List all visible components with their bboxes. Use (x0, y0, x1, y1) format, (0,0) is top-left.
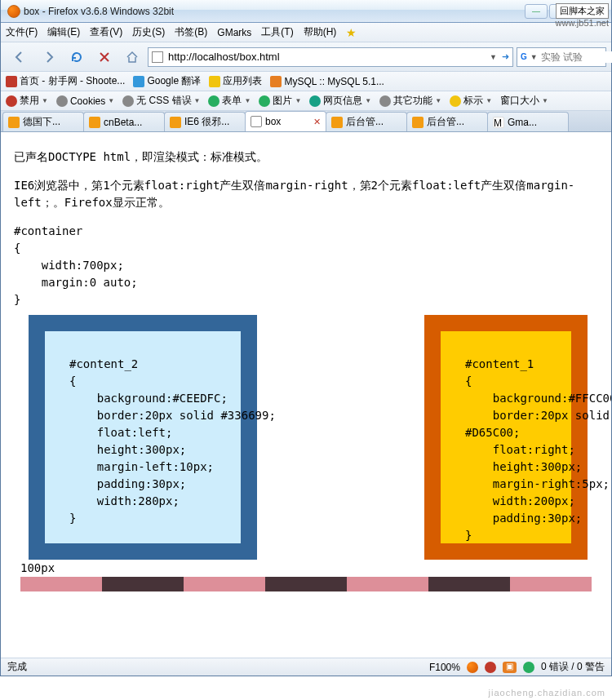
go-button[interactable]: ➜ (502, 51, 509, 62)
favicon-icon (8, 117, 20, 128)
menu-tools[interactable]: 工具(T) (261, 25, 293, 39)
corner-badge: 回脚本之家 (556, 3, 609, 19)
status-ok-icon (523, 662, 534, 673)
status-errors[interactable]: 0 错误 / 0 警告 (541, 660, 605, 674)
window-titlebar: box - Firefox v3.6.8 Windows 32bit — ☐ ✕… (1, 0, 611, 23)
tab-label: 德国下... (23, 115, 78, 129)
forward-button[interactable] (37, 45, 61, 69)
menu-edit[interactable]: 编辑(E) (47, 25, 80, 39)
ruler-segment (347, 577, 428, 591)
page-icon (251, 116, 262, 127)
devbar-forms[interactable]: 表单▼ (208, 94, 251, 108)
outline-icon (450, 95, 461, 107)
favicon-icon (170, 117, 181, 128)
tab-label: 后台管... (346, 115, 401, 129)
status-bar: 完成 F100% ▣ 0 错误 / 0 警告 (1, 658, 611, 676)
bookmark-item[interactable]: MySQL :: MySQL 5.1... (270, 76, 384, 87)
home-button[interactable] (120, 45, 144, 69)
ruler-segment (265, 577, 347, 591)
tab-label: 后台管... (427, 115, 482, 129)
watermark-text: jiaocheng.chazidian.com (489, 688, 605, 698)
ruler-segment (184, 577, 265, 591)
tab[interactable]: IE6 很邪... (164, 112, 246, 131)
bookmark-label: MySQL :: MySQL 5.1... (284, 76, 384, 87)
search-bar[interactable]: G ▼ 🔍 (517, 47, 606, 67)
folder-icon (209, 76, 220, 87)
ruler-segment (428, 577, 510, 591)
menu-gmarks[interactable]: GMarks (217, 27, 251, 38)
tab-strip: 德国下... cnBeta... IE6 很邪... box✕ 后台管... 后… (1, 111, 611, 132)
devbar-misc[interactable]: 其它功能▼ (379, 94, 441, 108)
tab-label: box (265, 116, 310, 127)
devbar-outline[interactable]: 标示▼ (450, 94, 492, 108)
devbar-resize[interactable]: 窗口大小▼ (500, 94, 548, 108)
url-input[interactable] (168, 51, 485, 63)
ruler: 100px (20, 560, 592, 591)
bookmark-item[interactable]: 应用列表 (209, 74, 262, 88)
devbar-css[interactable]: 无 CSS 错误▼ (122, 94, 200, 108)
tab-label: Gma... (508, 117, 563, 128)
menu-bar: 文件(F) 编辑(E) 查看(V) 历史(S) 书签(B) GMarks 工具(… (1, 23, 611, 42)
menu-file[interactable]: 文件(F) (6, 25, 38, 39)
back-button[interactable] (6, 45, 33, 69)
reload-button[interactable] (64, 45, 89, 69)
bookmark-item[interactable]: Google 翻译 (133, 74, 201, 88)
search-input[interactable] (541, 51, 612, 63)
menu-history[interactable]: 历史(S) (132, 25, 165, 39)
bookmark-label: Google 翻译 (147, 74, 201, 88)
tab[interactable]: 后台管... (326, 112, 407, 131)
menu-help[interactable]: 帮助(H) (304, 25, 337, 39)
page-paragraph: 已声名DOCTYPE html，即渲染模式：标准模式。 (14, 148, 598, 166)
tab[interactable]: cnBeta... (83, 112, 165, 131)
status-text: 完成 (7, 660, 27, 674)
devbar-disable[interactable]: 禁用▼ (6, 94, 48, 108)
tab[interactable]: 后台管... (406, 112, 488, 131)
menu-star-icon[interactable]: ★ (346, 26, 357, 39)
devbar-cookies[interactable]: Cookies▼ (56, 95, 114, 107)
addon-icon[interactable]: ▣ (503, 662, 517, 673)
favicon-icon (89, 117, 100, 128)
firefox-icon (7, 5, 20, 18)
tab-active[interactable]: box✕ (245, 111, 326, 131)
content-2-box: #content_2 { background:#CEEDFC; border:… (29, 315, 257, 560)
tab-close-icon[interactable]: ✕ (313, 117, 321, 127)
menu-view[interactable]: 查看(V) (90, 25, 122, 39)
menu-bookmarks[interactable]: 书签(B) (175, 25, 207, 39)
favicon-icon (6, 76, 17, 87)
page-viewport[interactable]: 已声名DOCTYPE html，即渲染模式：标准模式。 IE6浏览器中，第1个元… (1, 132, 611, 658)
tab[interactable]: MGma... (487, 112, 569, 131)
search-engine-dropdown-icon[interactable]: ▼ (530, 53, 538, 61)
content-1-box: #content_1 { background:#FFCC00; border:… (424, 315, 588, 560)
url-bar[interactable]: ▼ ➜ (148, 47, 513, 67)
minimize-button[interactable]: — (525, 4, 548, 19)
demo-container: #content_1 { background:#FFCC00; border:… (20, 315, 592, 560)
status-zoom[interactable]: F100% (429, 662, 460, 673)
corner-badge-url: www.jb51.net (556, 18, 609, 28)
google-icon[interactable]: G (521, 51, 527, 63)
stop-button[interactable] (92, 45, 117, 69)
url-dropdown-icon[interactable]: ▼ (490, 53, 497, 61)
bookmarks-toolbar: 首页 - 射手网 - Shoote... Google 翻译 应用列表 MySQ… (1, 72, 611, 91)
image-icon (259, 95, 270, 107)
misc-icon (379, 95, 391, 107)
ruler-label: 100px (20, 561, 55, 574)
page-identity-icon[interactable] (152, 51, 163, 63)
favicon-icon (412, 117, 424, 128)
gmail-icon: M (493, 117, 504, 128)
devbar-images[interactable]: 图片▼ (259, 94, 301, 108)
adblock-icon[interactable] (485, 662, 496, 673)
css-icon (122, 95, 134, 107)
cookie-icon (56, 95, 68, 107)
firefox-status-icon[interactable] (467, 662, 478, 673)
devbar-info[interactable]: 网页信息▼ (309, 94, 371, 108)
favicon-icon (331, 117, 343, 128)
bookmark-label: 首页 - 射手网 - Shoote... (20, 74, 125, 88)
nav-toolbar: ▼ ➜ G ▼ 🔍 (1, 42, 611, 72)
disable-icon (6, 95, 17, 107)
bookmark-item[interactable]: 首页 - 射手网 - Shoote... (6, 74, 125, 88)
tab-label: IE6 很邪... (184, 115, 240, 129)
bookmark-label: 应用列表 (223, 74, 262, 88)
page-paragraph: IE6浏览器中，第1个元素float:right产生双倍margin-right… (14, 177, 598, 211)
favicon-icon (270, 76, 282, 87)
tab[interactable]: 德国下... (2, 112, 84, 131)
